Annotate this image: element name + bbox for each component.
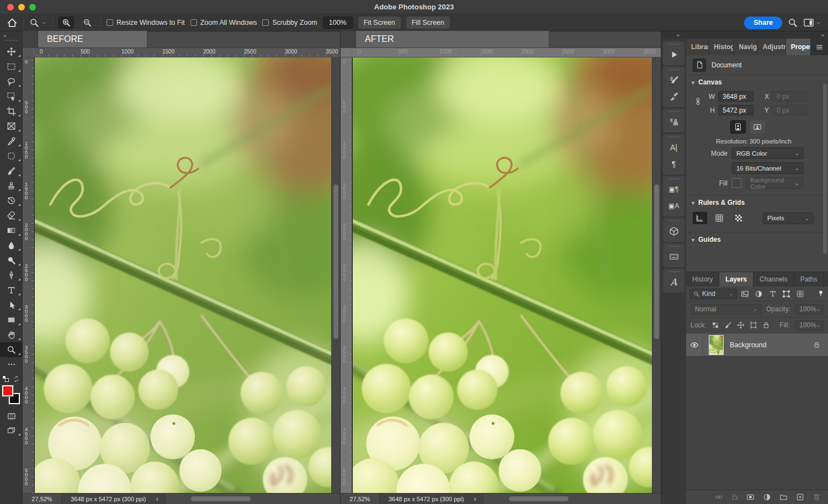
tab-layers[interactable]: Layers — [719, 272, 753, 287]
panel-grip[interactable] — [668, 111, 680, 112]
layer-thumbnail[interactable] — [709, 335, 724, 355]
layer-name[interactable]: Background — [730, 341, 767, 349]
rulers-grids-section-header[interactable]: ▾ Rulers & Grids — [686, 195, 828, 210]
toolbar-expand-chevrons[interactable]: » — [0, 31, 22, 40]
height-input[interactable]: 5472 px — [718, 105, 753, 115]
filter-pixel-layers-button[interactable] — [739, 289, 751, 299]
panel-icon-glyphs[interactable]: A — [663, 274, 684, 290]
tool-blur[interactable] — [0, 238, 23, 253]
vertical-ruler[interactable]: 0500100015002000250030003500400045005000… — [23, 57, 34, 493]
layer-row-background[interactable]: Background — [686, 333, 828, 357]
scrubby-zoom-checkbox[interactable]: Scrubby Zoom — [262, 19, 317, 26]
vertical-ruler[interactable]: 0500100015002000250030003500400045005000… — [341, 57, 352, 493]
ruler-corner[interactable] — [23, 48, 34, 57]
horizontal-scrollbar-thumb[interactable] — [509, 496, 569, 501]
panel-icon-clone-source[interactable] — [663, 114, 684, 130]
panel-icon-3d[interactable] — [663, 223, 684, 240]
tool-type[interactable] — [0, 283, 23, 298]
tab-paths[interactable]: Paths — [794, 272, 824, 287]
panel-icon-brush-settings[interactable] — [663, 72, 684, 88]
lock-transparency-button[interactable] — [712, 321, 719, 329]
swap-colors-icon[interactable] — [13, 375, 20, 383]
document-info[interactable]: 3648 px x 5472 px (300 ppi) › — [61, 494, 166, 504]
tab-libraries[interactable]: Libraries — [686, 39, 709, 55]
lock-all-button[interactable] — [762, 321, 770, 329]
foreground-color-swatch[interactable] — [2, 385, 13, 396]
fit-screen-button[interactable]: Fit Screen — [358, 17, 401, 29]
canvas-after[interactable] — [352, 57, 652, 493]
color-mode-dropdown[interactable]: RGB Color ⌄ — [732, 147, 804, 159]
properties-scrollbar-thumb[interactable] — [823, 84, 827, 254]
zoom-window-button[interactable] — [29, 4, 36, 10]
tool-rectangle-shape[interactable] — [0, 312, 23, 327]
toggle-rulers-button[interactable] — [693, 212, 707, 224]
tool-brush[interactable] — [0, 163, 23, 178]
lock-pixels-button[interactable] — [724, 321, 732, 329]
tool-path-selection[interactable] — [0, 298, 23, 312]
panel-menu-button[interactable] — [811, 39, 828, 55]
layer-style-button[interactable]: fx — [731, 493, 738, 501]
default-colors-button[interactable] — [2, 375, 9, 382]
fill-screen-button[interactable]: Fill Screen — [406, 17, 450, 29]
filter-shape-layers-button[interactable] — [781, 289, 792, 299]
tool-eraser[interactable] — [0, 208, 23, 223]
tab-history[interactable]: History — [686, 272, 719, 287]
screen-mode-button[interactable] — [0, 423, 23, 438]
tool-rectangular-marquee[interactable] — [0, 59, 23, 74]
orientation-landscape-button[interactable] — [750, 120, 765, 134]
tool-dodge[interactable] — [0, 253, 23, 268]
edit-toolbar-button[interactable] — [0, 357, 23, 372]
vertical-scrollbar-thumb[interactable] — [333, 184, 338, 339]
zoom-percentage[interactable]: 27,52% — [341, 496, 379, 502]
panel-icon-character-styles[interactable]: ▣A — [663, 198, 684, 214]
panel-icon-paragraph-styles[interactable]: ▣¶ — [663, 181, 684, 198]
link-dimensions-icon[interactable] — [694, 97, 702, 105]
horizontal-scrollbar-thumb[interactable] — [191, 496, 251, 501]
layer-filtering-toggle[interactable] — [817, 289, 825, 298]
tool-move[interactable] — [0, 44, 23, 59]
filter-type-layers-button[interactable] — [767, 289, 778, 299]
resize-windows-checkbox[interactable]: Resize Windows to Fit — [107, 19, 185, 26]
close-window-button[interactable] — [7, 4, 14, 10]
orientation-portrait-button[interactable] — [730, 120, 746, 134]
zoom-100-button[interactable]: 100% — [323, 17, 353, 29]
delete-layer-button[interactable] — [813, 493, 821, 501]
panel-grip[interactable] — [668, 246, 680, 247]
tool-history-brush[interactable] — [0, 193, 23, 208]
current-tool-zoom[interactable] — [29, 18, 47, 28]
tool-gradient[interactable] — [0, 223, 23, 238]
panel-grip[interactable] — [668, 220, 680, 221]
filter-smart-objects-button[interactable] — [794, 289, 806, 299]
tool-pen[interactable] — [0, 268, 23, 283]
panel-grip[interactable] — [668, 271, 680, 272]
lock-artboard-button[interactable] — [750, 321, 757, 329]
panel-grip[interactable] — [668, 44, 680, 45]
zoom-in-button[interactable] — [59, 17, 74, 29]
tool-object-selection[interactable] — [0, 89, 23, 104]
layer-visibility-toggle[interactable] — [686, 333, 703, 356]
panel-icon-actions[interactable] — [663, 46, 684, 63]
tool-hand[interactable] — [0, 327, 23, 342]
quick-mask-button[interactable] — [0, 409, 23, 423]
filter-kind-dropdown[interactable]: Kind ⌄ — [689, 289, 737, 299]
horizontal-scrollbar[interactable] — [484, 494, 661, 504]
panel-icon-brushes[interactable] — [663, 88, 684, 105]
new-layer-button[interactable] — [796, 493, 804, 501]
minimize-window-button[interactable] — [18, 4, 25, 10]
bit-depth-dropdown[interactable]: 16 Bits/Channel ⌄ — [732, 162, 804, 174]
canvas-before[interactable] — [34, 57, 331, 493]
document-info[interactable]: 3648 px x 5472 px (300 ppi) › — [379, 494, 484, 504]
tool-crop[interactable] — [0, 104, 23, 119]
panel-grip[interactable] — [668, 136, 680, 137]
horizontal-ruler[interactable]: 0500100015002000250030003500 — [34, 48, 340, 57]
layers-menu-button[interactable] — [824, 272, 828, 287]
filter-adjustment-layers-button[interactable] — [753, 289, 765, 299]
status-chevron-icon[interactable]: › — [156, 495, 158, 503]
tab-navigator[interactable]: Navigator — [734, 39, 757, 55]
panel-icon-character[interactable]: A| — [663, 139, 684, 156]
tab-channels[interactable]: Channels — [753, 272, 794, 287]
expand-panels-chevrons[interactable]: » — [821, 33, 824, 38]
new-group-button[interactable] — [779, 493, 788, 501]
zoom-percentage[interactable]: 27,52% — [23, 496, 61, 502]
tool-zoom[interactable] — [0, 342, 23, 357]
